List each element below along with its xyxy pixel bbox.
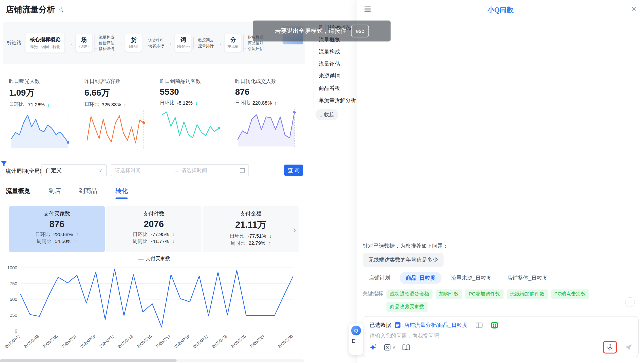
kpi-card[interactable]: 昨日曝光人数1.09万日环比-71.26%↓ <box>3 74 79 154</box>
metric-tag[interactable]: PC端加购件数 <box>465 290 503 299</box>
search-button[interactable]: 查 询 <box>284 165 303 176</box>
metric-card[interactable]: 支付金额21.11万日环比-77.51%↓周同比22.79%↑ <box>203 206 298 252</box>
chain-sub-item[interactable]: 引流评估 <box>244 46 264 52</box>
chat-toolbar: ∨ <box>369 341 632 354</box>
metric-tag[interactable]: 商品收藏买家数 <box>386 302 428 312</box>
question-input[interactable] <box>370 333 542 339</box>
chain-node[interactable]: 货(商品)浏览排行访客排行 <box>126 34 164 52</box>
kpi-compare-label: 日环比 <box>160 99 174 106</box>
dataset-tab[interactable]: 商品_日粒度 <box>400 272 442 284</box>
chain-sub-item[interactable]: 价值评估 <box>94 40 114 46</box>
arrow-icon: → <box>216 39 223 46</box>
close-icon[interactable]: ✕ <box>631 5 636 13</box>
dataset-tab[interactable]: 店铺整体_日粒度 <box>501 272 554 284</box>
selected-data-label: 已选数据 <box>370 322 391 329</box>
floating-assistant[interactable]: Q 日 <box>349 324 363 355</box>
chart-type-selector[interactable]: ∨ <box>384 344 396 351</box>
period-label: 统计周期(全局) <box>6 167 41 175</box>
chain-node[interactable]: 词(关键词)概况词云流量排行 <box>175 34 214 52</box>
menu-item[interactable]: 流量构成 <box>319 46 359 58</box>
dashboard-tab[interactable]: 转化 <box>116 187 128 201</box>
calendar-icon <box>240 168 245 173</box>
kpi-card[interactable]: 昨日到店访客数6.66万日环比325.38%↑ <box>79 74 154 154</box>
chain-sub-item[interactable]: 访客排行 <box>144 43 164 49</box>
ai-skill-icon[interactable] <box>369 343 377 352</box>
chain-sub-item[interactable]: 概况词云 <box>194 37 214 43</box>
metric-tag[interactable]: 成功退款退货金额 <box>386 290 432 299</box>
menu-item[interactable]: 单流量拆解分析 <box>319 94 359 106</box>
dataset-tab[interactable]: 流量来源_日粒度 <box>445 272 498 284</box>
arrow-up-icon: ↑ <box>124 102 126 107</box>
date-range-picker[interactable]: → <box>111 164 249 176</box>
chain-root-title: 核心指标概览 <box>30 36 60 43</box>
kpi-card[interactable]: 昨日到商品访客数5530日环比-8.12%↓ <box>154 74 230 154</box>
collapse-icon: » <box>320 112 322 117</box>
send-icon[interactable] <box>624 343 632 352</box>
kpi-compare-label: 日环比 <box>84 101 99 108</box>
svg-text:20200707: 20200707 <box>60 334 78 349</box>
chat-title: 小Q问数 <box>357 5 644 15</box>
menu-item[interactable]: 商品看板 <box>319 82 359 94</box>
chain-node-subtitle: (渠道) <box>76 44 91 49</box>
table-view-icon[interactable] <box>476 322 482 328</box>
dataset-tab[interactable]: 店铺计划 <box>363 272 396 284</box>
chain-node-title: 货 <box>126 36 141 44</box>
svg-text:20200715: 20200715 <box>136 334 153 349</box>
svg-text:20200719: 20200719 <box>173 334 190 349</box>
chain-sub-item[interactable]: 流量构成 <box>94 34 114 40</box>
dashboard-tab[interactable]: 流量概览 <box>6 187 30 201</box>
question-input-card: 已选数据 店铺流量分析/商品_日粒度 <box>363 316 639 357</box>
metric-tag[interactable]: 加购件数 <box>436 290 462 299</box>
chain-node[interactable]: 场(渠道)流量构成价值评估指标详情 <box>76 34 114 52</box>
metric-card[interactable]: 支付买家数876日环比220.88%↑周同比54.50%↑ <box>9 206 105 252</box>
kpi-label: 昨日到商品访客数 <box>160 78 224 85</box>
arrow-up-icon: ↑ <box>268 240 271 247</box>
svg-text:20200713: 20200713 <box>117 334 134 349</box>
arrow-down-icon: ↓ <box>270 233 272 240</box>
menu-item[interactable]: 来源详情 <box>319 70 359 82</box>
date-start-input[interactable] <box>115 167 171 173</box>
assistant-partial-label: 日 <box>349 338 356 345</box>
selected-dataset-link[interactable]: 店铺流量分析/商品_日粒度 <box>404 322 467 329</box>
chain-root-node[interactable]: 核心指标概览 曝光 · 访问 · 转化 <box>26 33 64 52</box>
date-end-input[interactable] <box>181 167 238 173</box>
chevron-right-icon[interactable]: › <box>293 225 296 235</box>
metric-tag[interactable]: 无线端加购件数 <box>507 290 548 299</box>
metric-label: 支付金额 <box>203 210 298 218</box>
chain-sub-item[interactable]: 浏览排行 <box>144 37 164 43</box>
kpi-value: 876 <box>235 87 299 97</box>
microphone-icon[interactable] <box>606 343 614 352</box>
chain-node-title: 场 <box>76 36 91 44</box>
metric-card[interactable]: 支付件数2076日环比-77.95%↓周同比-41.77%↓ <box>106 206 202 252</box>
kpi-card[interactable]: 昨日转化成交人数876日环比220.88%↑ <box>230 74 305 154</box>
chain-sub-item[interactable]: 指标详情 <box>94 46 114 52</box>
svg-text:1000: 1000 <box>7 265 17 270</box>
svg-text:20200709: 20200709 <box>80 334 96 349</box>
arrow-icon: → <box>116 39 123 46</box>
menu-item[interactable]: 流量评估 <box>319 58 359 70</box>
more-options-icon[interactable]: ⋯ <box>625 297 635 307</box>
favorite-star-icon[interactable]: ☆ <box>58 6 64 14</box>
dashboard-tab[interactable]: 到店 <box>48 187 61 201</box>
period-select[interactable]: 自定义 ∨ <box>41 164 107 176</box>
arrow-down-icon: ↓ <box>47 102 50 107</box>
collapse-button[interactable]: » 收起 <box>316 109 338 120</box>
kpi-change-value: 325.38% <box>102 102 121 107</box>
svg-text:20200705: 20200705 <box>42 334 59 349</box>
dataset-badge-icon[interactable] <box>491 322 498 329</box>
chain-node-subtitle: (商品) <box>126 44 141 49</box>
scrollbar-thumb[interactable] <box>0 359 177 362</box>
legend-mark-icon <box>138 259 144 260</box>
reference-book-icon[interactable] <box>402 344 410 351</box>
trend-chart: 0250500750100020200701202007032020070520… <box>3 262 304 358</box>
chain-sub-item[interactable]: 流量排行 <box>194 43 214 49</box>
arrow-down-icon: ↓ <box>172 238 175 245</box>
dashboard-tab[interactable]: 到商品 <box>79 187 98 201</box>
arrow-down-icon: ↓ <box>195 100 198 106</box>
metric-tag[interactable]: PC端点击次数 <box>551 290 589 299</box>
filter-row: 统计周期(全局) 自定义 ∨ → 查 询 <box>0 164 307 177</box>
arrow-up-icon: ↑ <box>274 100 277 106</box>
chevron-down-icon: ∨ <box>392 345 396 350</box>
suggested-question[interactable]: 无线端访客数的年均值是多少 <box>363 253 444 267</box>
page-title: 店铺流量分析 <box>6 4 55 15</box>
